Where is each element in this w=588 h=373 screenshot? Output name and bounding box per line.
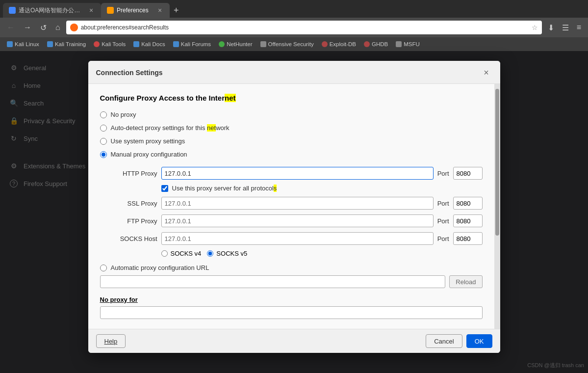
dialog-scrollbar[interactable] <box>494 84 500 329</box>
bookmark-kali-docs[interactable]: Kali Docs <box>130 40 168 48</box>
no-proxy-for-section: No proxy for <box>100 296 483 319</box>
no-proxy-label: No proxy <box>111 111 136 118</box>
bookmark-exploit-db[interactable]: Exploit-DB <box>319 40 359 48</box>
new-tab-button[interactable]: + <box>170 3 183 18</box>
http-proxy-input[interactable]: 127.0.0.1 <box>161 167 434 180</box>
ftp-port-input[interactable]: 8080 <box>453 214 483 227</box>
auto-detect-highlight: net <box>207 124 216 132</box>
footer-right: Cancel OK <box>426 334 492 348</box>
auto-proxy-section: Automatic proxy configuration URL Reload <box>100 264 483 288</box>
browser-chrome: 通达OA网络智能办公系... × Preferences × + ← → ↺ ⌂… <box>0 0 588 51</box>
bookmark-nethunter[interactable]: NetHunter <box>216 40 255 48</box>
tab-1-close[interactable]: × <box>87 6 95 14</box>
dialog-close-button[interactable]: × <box>481 67 492 79</box>
use-proxy-checkbox[interactable] <box>161 185 168 192</box>
reload-button[interactable]: Reload <box>449 275 482 288</box>
connection-settings-dialog: Connection Settings × Configure Proxy Ac… <box>88 61 500 353</box>
http-port-input[interactable]: 8080 <box>453 167 483 180</box>
ftp-proxy-label: FTP Proxy <box>111 217 157 225</box>
socks4-option[interactable]: SOCKS v4 <box>161 250 202 257</box>
ftp-proxy-row: FTP Proxy 127.0.0.1 Port 8080 <box>111 214 483 227</box>
socks5-radio[interactable] <box>207 250 213 257</box>
bookmark-kali-tools-icon <box>94 41 100 47</box>
socks4-label: SOCKS v4 <box>171 250 202 257</box>
help-button[interactable]: Help <box>96 334 126 348</box>
bookmark-msfu-label: MSFU <box>404 41 420 47</box>
bookmark-msfu[interactable]: MSFU <box>393 40 423 48</box>
manual-proxy-radio[interactable] <box>100 151 107 158</box>
auto-proxy-url-row: Reload <box>100 275 483 288</box>
bookmark-offensive-security-icon <box>260 41 266 47</box>
bookmark-kali-forums[interactable]: Kali Forums <box>170 40 214 48</box>
home-button[interactable]: ⌂ <box>52 21 63 34</box>
socks-host-label: SOCKS Host <box>111 235 157 242</box>
tab-2-icon <box>107 7 114 14</box>
menu-button[interactable]: ≡ <box>574 21 584 34</box>
bookmark-ghdb-label: GHDB <box>372 41 388 47</box>
bookmark-kali-linux[interactable]: Kali Linux <box>4 40 42 48</box>
bookmarks-bar: Kali Linux Kali Training Kali Tools Kali… <box>0 37 588 51</box>
title-highlight-net: net <box>225 94 236 102</box>
auto-detect-option[interactable]: Auto-detect proxy settings for this netw… <box>100 124 483 132</box>
system-proxy-radio[interactable] <box>100 138 107 145</box>
tab-2-close[interactable]: × <box>156 6 164 14</box>
socks4-radio[interactable] <box>161 250 168 257</box>
ftp-proxy-input[interactable]: 127.0.0.1 <box>161 214 434 227</box>
socks5-option[interactable]: SOCKS v5 <box>207 250 247 257</box>
dialog-overlay: Connection Settings × Configure Proxy Ac… <box>0 51 588 373</box>
proxy-section-title: Configure Proxy Access to the Internet <box>100 94 483 102</box>
ssl-proxy-input[interactable]: 127.0.0.1 <box>161 197 434 210</box>
bookmark-nethunter-label: NetHunter <box>227 41 252 47</box>
address-bar[interactable]: about:preferences#searchResults ☆ <box>66 21 542 34</box>
no-proxy-option[interactable]: No proxy <box>100 111 483 118</box>
socks-port-input[interactable]: 8080 <box>453 232 483 245</box>
ssl-port-input[interactable]: 8080 <box>453 197 483 210</box>
nav-extra-buttons: ⬇ ☰ ≡ <box>545 21 584 34</box>
download-button[interactable]: ⬇ <box>545 21 557 34</box>
back-button[interactable]: ← <box>4 21 18 34</box>
star-icon[interactable]: ☆ <box>532 24 538 31</box>
manual-proxy-settings: HTTP Proxy 127.0.0.1 Port 8080 Use this … <box>111 167 483 257</box>
no-proxy-for-label: No proxy for <box>100 296 483 303</box>
bookmark-kali-docs-label: Kali Docs <box>141 41 165 47</box>
manual-proxy-option[interactable]: Manual proxy configuration <box>100 151 483 158</box>
dialog-scrollbar-thumb[interactable] <box>495 89 499 236</box>
manual-proxy-label: Manual proxy configuration <box>111 151 187 158</box>
use-proxy-checkbox-row: Use this proxy server for all protocols <box>161 185 483 192</box>
tab-2-label: Preferences <box>117 7 153 14</box>
tab-1[interactable]: 通达OA网络智能办公系... × <box>3 3 101 18</box>
bookmark-msfu-icon <box>396 41 402 47</box>
forward-button[interactable]: → <box>21 21 34 34</box>
auto-detect-radio[interactable] <box>100 125 107 132</box>
socks-port-label: Port <box>437 235 449 242</box>
system-proxy-option[interactable]: Use system proxy settings <box>100 137 483 145</box>
bookmark-kali-training[interactable]: Kali Training <box>44 40 89 48</box>
tab-2[interactable]: Preferences × <box>101 3 170 18</box>
bookmark-kali-tools[interactable]: Kali Tools <box>91 40 128 48</box>
no-proxy-radio[interactable] <box>100 111 107 118</box>
dialog-footer: Help Cancel OK <box>88 329 500 353</box>
bookmark-ghdb-icon <box>364 41 370 47</box>
ok-button[interactable]: OK <box>466 334 492 348</box>
bookmark-kali-training-icon <box>47 41 53 47</box>
bookmark-ghdb[interactable]: GHDB <box>361 40 391 48</box>
sidebar-toggle-button[interactable]: ☰ <box>559 21 572 34</box>
socks-host-input[interactable]: 127.0.0.1 <box>161 232 434 245</box>
dialog-body: Configure Proxy Access to the Internet N… <box>88 84 500 329</box>
bookmark-kali-docs-icon <box>133 41 139 47</box>
auto-proxy-url-input[interactable] <box>100 275 446 288</box>
reload-button[interactable]: ↺ <box>37 21 50 34</box>
no-proxy-for-input[interactable] <box>100 306 483 319</box>
bookmark-offensive-security[interactable]: Offensive Security <box>257 40 317 48</box>
dialog-content: Configure Proxy Access to the Internet N… <box>88 84 494 329</box>
proxy-radio-group: No proxy Auto-detect proxy settings for … <box>100 111 483 158</box>
tab-1-icon <box>9 7 16 14</box>
auto-detect-label: Auto-detect proxy settings for this netw… <box>111 124 230 132</box>
socks5-label: SOCKS v5 <box>216 250 247 257</box>
bookmark-nethunter-icon <box>219 41 225 47</box>
bookmark-kali-forums-icon <box>173 41 179 47</box>
bookmark-kali-training-label: Kali Training <box>55 41 86 47</box>
auto-url-radio[interactable] <box>100 265 107 271</box>
auto-proxy-url-option[interactable]: Automatic proxy configuration URL <box>100 264 483 271</box>
cancel-button[interactable]: Cancel <box>426 334 462 348</box>
